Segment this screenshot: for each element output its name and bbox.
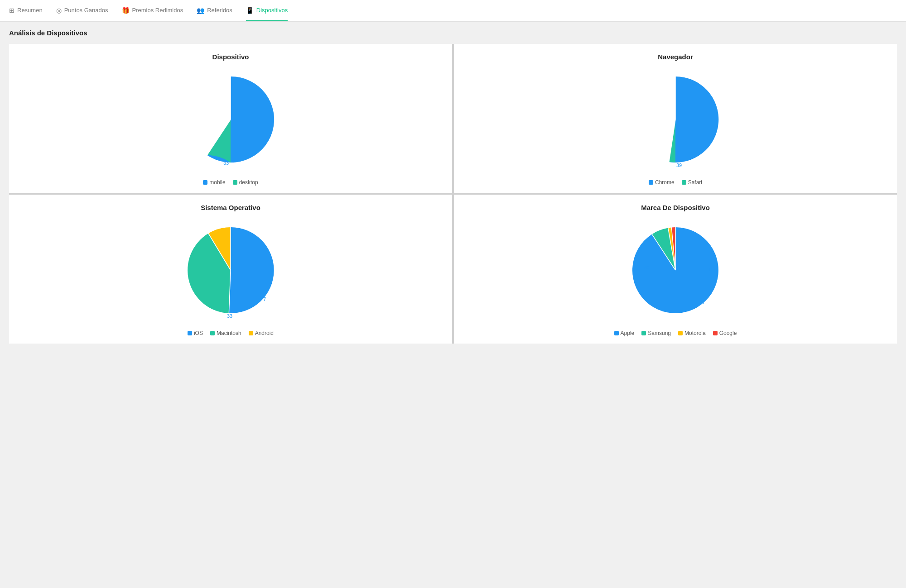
premios-icon: 🎁 <box>122 7 130 14</box>
legend-ios: iOS <box>188 330 203 336</box>
dispositivo-panel: Dispositivo <box>9 44 452 193</box>
resumen-icon: ⊞ <box>9 7 14 14</box>
svg-text:41: 41 <box>247 232 252 237</box>
svg-text:48: 48 <box>247 81 252 86</box>
dispositivos-icon: 📱 <box>246 7 254 14</box>
nav-item-puntos[interactable]: ◎ Puntos Ganados <box>56 0 108 21</box>
nav-item-resumen[interactable]: ⊞ Resumen <box>9 0 43 21</box>
nav-bar: ⊞ Resumen ◎ Puntos Ganados 🎁 Premios Red… <box>0 0 906 22</box>
legend-safari: Safari <box>682 179 702 186</box>
sistema-panel: Sistema Operativo <box>9 195 452 344</box>
google-dot <box>713 331 718 335</box>
ios-dot <box>188 331 192 335</box>
dispositivo-chart: 48 33 <box>181 70 280 169</box>
legend-samsung: Samsung <box>641 330 671 336</box>
navegador-panel: Navegador 43 39 <box>454 44 897 193</box>
mobile-dot <box>203 180 207 185</box>
svg-text:33: 33 <box>223 160 229 166</box>
svg-text:1: 1 <box>708 267 711 272</box>
chrome-dot <box>649 180 653 185</box>
legend-desktop: desktop <box>233 179 258 186</box>
sistema-title: Sistema Operativo <box>201 204 260 211</box>
navegador-legend: Chrome Safari <box>649 179 702 186</box>
svg-text:39: 39 <box>676 163 682 168</box>
legend-google: Google <box>713 330 737 336</box>
samsung-dot <box>641 331 646 335</box>
navegador-chart: 43 39 <box>626 70 725 169</box>
motorola-dot <box>678 331 683 335</box>
dispositivo-title: Dispositivo <box>212 53 249 61</box>
legend-macintosh: Macintosh <box>210 330 241 336</box>
nav-item-referidos[interactable]: 👥 Referidos <box>197 0 232 21</box>
android-dot <box>249 331 253 335</box>
svg-text:70: 70 <box>643 265 649 270</box>
legend-mobile: mobile <box>203 179 225 186</box>
puntos-icon: ◎ <box>56 7 62 14</box>
sistema-legend: iOS Macintosh Android <box>188 330 274 336</box>
legend-motorola: Motorola <box>678 330 706 336</box>
desktop-dot <box>233 180 237 185</box>
nav-item-dispositivos[interactable]: 📱 Dispositivos <box>246 0 288 21</box>
charts-grid: Dispositivo <box>9 44 897 344</box>
legend-apple: Apple <box>614 330 635 336</box>
page-content: Análisis de Dispositivos Dispositivo <box>0 22 906 351</box>
sistema-chart: 41 33 7 <box>181 220 280 320</box>
marca-panel: Marca De Dispositivo <box>454 195 897 344</box>
navegador-title: Navegador <box>658 53 693 61</box>
marca-title: Marca De Dispositivo <box>641 204 710 211</box>
marca-legend: Apple Samsung Motorola Google <box>614 330 737 336</box>
macintosh-dot <box>210 331 215 335</box>
legend-android: Android <box>249 330 274 336</box>
dispositivo-legend: mobile desktop <box>203 179 258 186</box>
referidos-icon: 👥 <box>197 7 204 14</box>
svg-text:7: 7 <box>263 296 266 302</box>
svg-text:43: 43 <box>692 81 697 86</box>
svg-text:33: 33 <box>227 313 232 319</box>
apple-dot <box>614 331 619 335</box>
marca-chart: 70 5 1 <box>626 220 725 320</box>
safari-dot <box>682 180 686 185</box>
legend-chrome: Chrome <box>649 179 675 186</box>
svg-text:5: 5 <box>701 300 704 305</box>
page-title: Análisis de Dispositivos <box>9 29 897 37</box>
nav-item-premios[interactable]: 🎁 Premios Redimidos <box>122 0 183 21</box>
